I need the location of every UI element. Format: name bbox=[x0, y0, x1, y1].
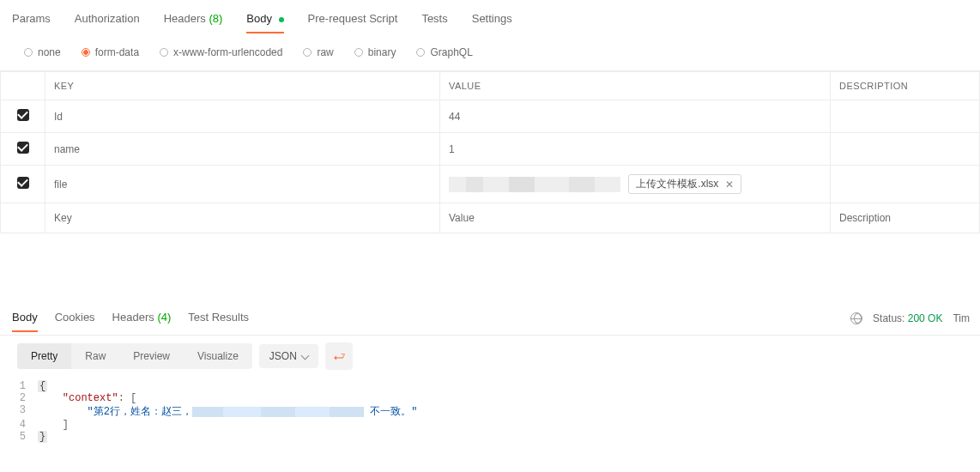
brace-open: { bbox=[38, 380, 47, 392]
format-label: JSON bbox=[269, 350, 297, 362]
key-input[interactable]: Key bbox=[45, 203, 440, 233]
resp-tab-cookies[interactable]: Cookies bbox=[55, 304, 95, 332]
view-preview[interactable]: Preview bbox=[119, 343, 184, 369]
resp-tab-tests[interactable]: Test Results bbox=[188, 304, 249, 332]
brace-close: } bbox=[38, 431, 47, 443]
view-visualize[interactable]: Visualize bbox=[184, 343, 252, 369]
radio-icon bbox=[416, 48, 425, 57]
cell-value[interactable]: 44 bbox=[440, 100, 831, 133]
body-type-form-data[interactable]: form-data bbox=[82, 46, 139, 58]
unsaved-dot-icon bbox=[279, 17, 284, 22]
tab-body[interactable]: Body bbox=[246, 5, 283, 33]
body-type-label: binary bbox=[368, 46, 396, 58]
response-meta: Status: 200 OK Tim bbox=[850, 312, 970, 324]
resp-tab-headers-count: (4) bbox=[157, 311, 171, 324]
table-row[interactable]: Id 44 bbox=[1, 100, 980, 133]
tab-headers[interactable]: Headers (8) bbox=[164, 5, 223, 33]
body-type-label: raw bbox=[317, 46, 333, 58]
checkbox-icon[interactable] bbox=[17, 109, 29, 121]
form-data-table: KEY VALUE DESCRIPTION Id 44 name 1 file … bbox=[0, 71, 980, 233]
wrap-icon: ⮐ bbox=[333, 349, 345, 363]
tab-settings[interactable]: Settings bbox=[472, 5, 512, 33]
radio-icon bbox=[82, 48, 90, 57]
radio-icon bbox=[303, 48, 312, 57]
body-type-graphql[interactable]: GraphQL bbox=[416, 46, 472, 58]
body-type-label: GraphQL bbox=[430, 46, 472, 58]
cell-desc[interactable] bbox=[831, 166, 980, 203]
cell-key[interactable]: Id bbox=[45, 100, 440, 133]
table-row-new[interactable]: Key Value Description bbox=[1, 203, 980, 233]
response-body-code[interactable]: 1{ 2 "context": [ 3 "第2行，姓名：赵三， 不一致。" 4 … bbox=[0, 377, 980, 460]
globe-icon[interactable] bbox=[850, 312, 862, 324]
status-code: 200 OK bbox=[908, 312, 943, 324]
cell-key[interactable]: file bbox=[45, 166, 440, 203]
checkbox-icon[interactable] bbox=[17, 177, 29, 189]
redacted-block bbox=[449, 177, 620, 192]
radio-icon bbox=[160, 48, 168, 57]
body-type-label: x-www-form-urlencoded bbox=[173, 46, 282, 58]
table-row[interactable]: name 1 bbox=[1, 133, 980, 166]
tab-body-label: Body bbox=[246, 12, 272, 25]
body-type-none[interactable]: none bbox=[24, 46, 61, 58]
desc-input[interactable]: Description bbox=[831, 203, 980, 233]
column-checkbox bbox=[1, 72, 45, 100]
tab-headers-count: (8) bbox=[209, 12, 222, 25]
resp-tab-body[interactable]: Body bbox=[12, 304, 38, 332]
resp-tab-headers[interactable]: Headers (4) bbox=[112, 304, 172, 332]
view-raw[interactable]: Raw bbox=[71, 343, 119, 369]
radio-icon bbox=[24, 48, 33, 57]
column-key: KEY bbox=[45, 72, 440, 100]
cell-key[interactable]: name bbox=[45, 133, 440, 166]
close-icon[interactable]: ✕ bbox=[725, 179, 734, 191]
format-dropdown[interactable]: JSON bbox=[259, 344, 318, 368]
cell-value[interactable]: 上传文件模板.xlsx ✕ bbox=[440, 166, 831, 203]
column-description: DESCRIPTION bbox=[831, 72, 980, 100]
cell-desc[interactable] bbox=[831, 133, 980, 166]
view-mode-segment: Pretty Raw Preview Visualize bbox=[17, 343, 252, 369]
time-label: Tim bbox=[953, 312, 970, 324]
cell-value[interactable]: 1 bbox=[440, 133, 831, 166]
tab-headers-label: Headers bbox=[164, 12, 206, 25]
wrap-lines-button[interactable]: ⮐ bbox=[325, 342, 353, 370]
resp-tab-headers-label: Headers bbox=[112, 311, 154, 324]
response-panel: Body Cookies Headers (4) Test Results St… bbox=[0, 299, 980, 460]
table-row[interactable]: file 上传文件模板.xlsx ✕ bbox=[1, 166, 980, 203]
body-type-selector: none form-data x-www-form-urlencoded raw… bbox=[0, 34, 980, 71]
request-tabs: Params Authorization Headers (8) Body Pr… bbox=[0, 0, 980, 34]
body-type-label: form-data bbox=[95, 46, 139, 58]
response-tabs: Body Cookies Headers (4) Test Results bbox=[12, 304, 249, 332]
chevron-down-icon bbox=[300, 351, 309, 360]
body-type-urlencoded[interactable]: x-www-form-urlencoded bbox=[160, 46, 282, 58]
tab-authorization[interactable]: Authorization bbox=[75, 5, 140, 33]
cell-desc[interactable] bbox=[831, 100, 980, 133]
file-chip-name: 上传文件模板.xlsx bbox=[636, 177, 718, 191]
checkbox-icon[interactable] bbox=[17, 142, 29, 154]
file-chip[interactable]: 上传文件模板.xlsx ✕ bbox=[628, 174, 741, 194]
response-view-bar: Pretty Raw Preview Visualize JSON ⮐ bbox=[0, 336, 980, 377]
body-type-label: none bbox=[38, 46, 61, 58]
tab-params[interactable]: Params bbox=[12, 5, 51, 33]
view-pretty[interactable]: Pretty bbox=[17, 343, 71, 369]
status-label: Status: bbox=[873, 312, 904, 324]
body-type-binary[interactable]: binary bbox=[354, 46, 396, 58]
body-type-raw[interactable]: raw bbox=[303, 46, 333, 58]
tab-prerequest[interactable]: Pre-request Script bbox=[308, 5, 398, 33]
value-input[interactable]: Value bbox=[440, 203, 831, 233]
radio-icon bbox=[354, 48, 363, 57]
column-value: VALUE bbox=[440, 72, 831, 100]
redacted-block bbox=[192, 407, 364, 417]
tab-tests[interactable]: Tests bbox=[421, 5, 447, 33]
